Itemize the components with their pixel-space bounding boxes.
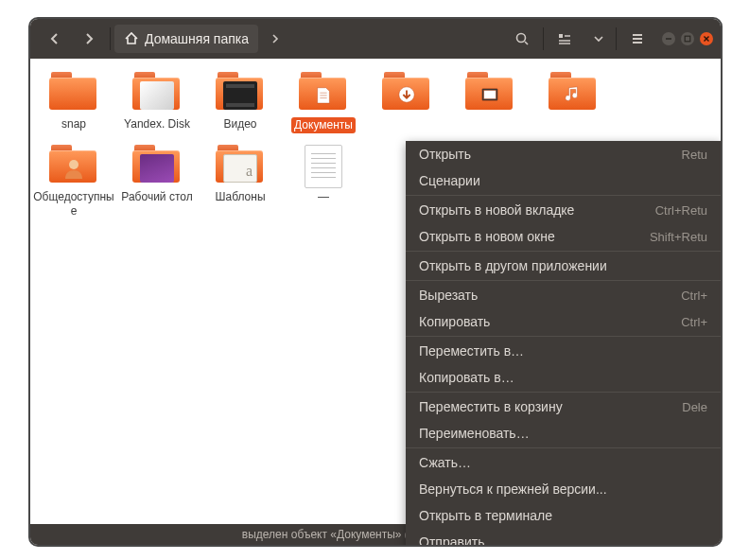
separator [616,27,617,50]
menu-item-label: Копировать в… [419,370,514,385]
menu-item-label: Открыть в новой вкладке [419,202,574,218]
folder-label: Шаблоны [199,190,282,204]
svg-rect-1 [559,34,563,38]
menu-item[interactable]: Переименовать… [406,420,721,446]
close-button[interactable] [700,32,713,45]
folder-label: snap [32,117,115,131]
menu-item[interactable]: Сжать… [406,449,721,476]
folder-item[interactable] [531,72,615,133]
folder-icon [49,145,98,186]
menu-item-label: Переместить в… [419,343,524,359]
view-button[interactable] [549,25,580,53]
menu-item[interactable]: КопироватьCtrl+ [406,308,721,335]
menu-item-shortcut: Ctrl+ [681,315,707,329]
folder-label: Общедоступные [32,190,115,219]
folder-label: Видео [199,117,282,131]
menu-item-label: Сценарии [419,173,480,188]
folder-item[interactable]: snap [32,72,115,133]
folder-icon [132,145,182,186]
folder-icon [382,72,431,114]
file-manager-window: Домашняя папка snapYandex. DiskВидеоДоку… [28,17,723,547]
folder-icon [549,72,598,114]
menu-item[interactable]: Открыть в терминале [406,502,721,529]
menu-item-label: Открыть [419,147,471,162]
menu-item-shortcut: Ctrl+Retu [655,203,707,218]
menu-item-shortcut: Retu [682,148,707,162]
path-bar[interactable]: Домашняя папка [114,25,258,53]
menu-item[interactable]: Вернуться к прежней версии... [406,476,721,502]
menu-item-label: Открыть в другом приложении [419,258,607,273]
forward-button[interactable] [74,25,104,53]
view-dropdown-icon[interactable] [584,25,614,53]
menu-item-label: Открыть в новом окне [419,229,555,244]
back-button[interactable] [40,25,70,53]
menu-separator [406,447,721,448]
menu-item[interactable]: ОткрытьRetu [406,141,721,167]
folder-icon [299,145,348,186]
menu-item-shortcut: Ctrl+ [681,289,707,303]
menu-item[interactable]: Переместить в корзинуDele [406,394,721,420]
menu-item[interactable]: Копировать в… [406,364,721,391]
folder-icon [465,72,514,114]
menu-item[interactable]: Открыть в новом окнеShift+Retu [406,223,721,250]
menu-item-shortcut: Dele [682,400,707,414]
folder-label: Документы [291,117,356,133]
folder-icon [216,145,265,186]
folder-item[interactable]: Шаблоны [199,145,282,219]
menu-separator [406,280,721,281]
folder-item[interactable] [448,72,531,133]
separator [110,27,111,50]
folder-item[interactable]: Рабочий стол [115,145,199,219]
svg-rect-5 [484,90,496,98]
menu-item-shortcut: Shift+Retu [650,230,707,244]
context-menu: ОткрытьRetuСценарииОткрыть в новой вклад… [406,141,721,547]
menu-item-label: Открыть в терминале [419,508,552,523]
minimize-button[interactable] [662,32,675,45]
folder-item[interactable]: Yandex. Disk [115,72,199,133]
svg-rect-2 [685,36,690,42]
menu-item-label: Сжать… [419,455,471,470]
menu-item[interactable]: Отправить… [406,529,721,547]
menu-item-label: Вырезать [419,288,478,303]
search-button[interactable] [507,25,537,53]
svg-point-0 [517,34,526,43]
menu-item-label: Вернуться к прежней версии... [419,481,607,497]
svg-point-6 [69,160,78,169]
menu-item-label: Отправить… [419,534,497,547]
path-label: Домашняя папка [145,31,249,46]
menu-item-label: Переименовать… [419,426,530,441]
menu-item[interactable]: Сценарии [406,167,721,194]
menu-button[interactable] [622,25,653,53]
folder-icon [216,72,265,114]
menu-separator [406,195,721,196]
menu-item[interactable]: Открыть в другом приложении [406,253,721,279]
separator [543,27,544,50]
menu-item-label: Копировать [419,314,490,329]
menu-item[interactable]: ВырезатьCtrl+ [406,282,721,308]
folder-item[interactable]: Документы [282,72,365,133]
toolbar: Домашняя папка [30,19,721,59]
folder-label: — [282,190,365,204]
menu-separator [406,336,721,337]
folder-item[interactable]: Общедоступные [32,145,115,219]
folder-icon [299,72,348,114]
menu-separator [406,251,721,252]
menu-item[interactable]: Открыть в новой вкладкеCtrl+Retu [406,197,721,223]
home-icon [124,31,139,46]
menu-item-label: Переместить в корзину [419,399,563,414]
menu-separator [406,392,721,393]
window-controls [662,32,713,45]
folder-item[interactable] [365,72,448,133]
menu-item[interactable]: Переместить в… [406,338,721,364]
folder-item[interactable]: Видео [199,72,282,133]
folder-icon [132,72,182,114]
path-next-icon[interactable] [260,25,290,53]
folder-item[interactable]: — [282,145,365,219]
folder-icon [49,72,98,114]
folder-label: Yandex. Disk [115,117,199,131]
folder-label: Рабочий стол [115,190,199,204]
maximize-button[interactable] [681,32,694,45]
